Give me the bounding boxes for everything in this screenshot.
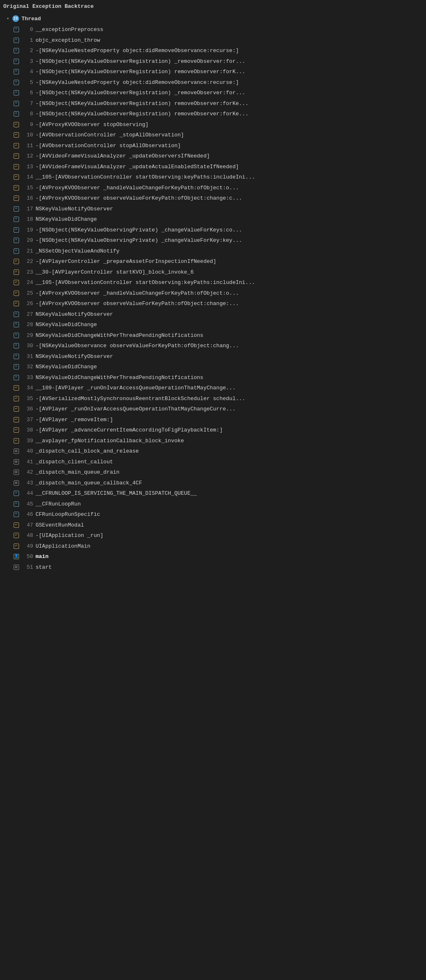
table-row[interactable]: + 18 NSKeyValueDidChange — [0, 214, 426, 225]
table-row[interactable]: + 7 -[NSObject(NSKeyValueObserverRegistr… — [0, 98, 426, 109]
table-row[interactable]: ↩ 49 UIApplicationMain — [0, 541, 426, 552]
table-row[interactable]: ↩ 34 __109-[AVPlayer _runOnIvarAccessQue… — [0, 383, 426, 393]
frame-icon: + — [13, 322, 19, 328]
frame-name: -[NSObject(NSKeyValueObserverRegistratio… — [36, 57, 245, 66]
table-row[interactable]: ↩ 11 -[AVObservationController stopAllOb… — [0, 141, 426, 151]
table-row[interactable]: ↩ 25 -[AVProxyKVOObserver _handleValueCh… — [0, 288, 426, 299]
frame-icon: + — [13, 248, 19, 254]
table-row[interactable]: ↩ 36 -[AVPlayer _runOnIvarAccessQueueOpe… — [0, 404, 426, 415]
table-row[interactable]: ↩ 39 __avplayer_fpNotificationCallback_b… — [0, 436, 426, 446]
table-row[interactable]: ↩ 35 -[AVSerializedMostlySynchronousReen… — [0, 393, 426, 404]
frame-number: 7 — [22, 100, 33, 108]
table-row[interactable]: ↩ 15 -[AVProxyKVOObserver _handleValueCh… — [0, 183, 426, 193]
table-row[interactable]: + 4 -[NSObject(NSKeyValueObserverRegistr… — [0, 67, 426, 77]
user-code-icon: ↩ — [14, 291, 19, 296]
frame-number: 1 — [22, 36, 33, 45]
user-code-icon: ↩ — [14, 174, 19, 180]
frame-name: __30-[AVPlayerController startKVO]_block… — [36, 268, 194, 277]
table-row[interactable]: + 45 __CFRunLoopRun — [0, 499, 426, 510]
table-row[interactable]: 👤 50 main — [0, 551, 426, 562]
user-code-icon: ↩ — [14, 122, 19, 127]
table-row[interactable]: + 27 NSKeyValueNotifyObserver — [0, 309, 426, 320]
table-row[interactable]: ↩ 26 -[AVProxyKVOObserver observeValueFo… — [0, 298, 426, 309]
frame-name: -[AVPlayerController _prepareAssetForIns… — [36, 258, 216, 266]
table-row[interactable]: + 30 -[NSKeyValueObservance observeValue… — [0, 341, 426, 351]
user-code-icon: ↩ — [14, 259, 19, 264]
frame-icon: + — [13, 48, 19, 54]
frame-number: 32 — [22, 363, 33, 371]
table-row[interactable]: ↩ 47 GSEventRunModal — [0, 520, 426, 531]
table-row[interactable]: ▤ 42 _dispatch_main_queue_drain — [0, 467, 426, 478]
system-icon: ▤ — [14, 448, 19, 454]
frame-number: 34 — [22, 384, 33, 392]
table-row[interactable]: + 2 -[NSKeyValueNestedProperty object:di… — [0, 45, 426, 56]
library-icon: + — [14, 512, 19, 517]
frame-name: __CFRUNLOOP_IS_SERVICING_THE_MAIN_DISPAT… — [36, 489, 197, 498]
frame-icon: + — [13, 206, 19, 212]
table-row[interactable]: + 20 -[NSObject(NSKeyValueObservingPriva… — [0, 235, 426, 246]
table-row[interactable]: ↩ 23 __30-[AVPlayerController startKVO]_… — [0, 267, 426, 278]
frame-icon: ↩ — [13, 417, 19, 422]
frame-name: objc_exception_throw — [36, 36, 100, 45]
thread-row[interactable]: ▾ II Thread — [0, 13, 426, 25]
table-row[interactable]: + 44 __CFRUNLOOP_IS_SERVICING_THE_MAIN_D… — [0, 488, 426, 499]
table-row[interactable]: + 1 objc_exception_throw — [0, 35, 426, 46]
table-row[interactable]: + 32 NSKeyValueDidChange — [0, 362, 426, 372]
table-row[interactable]: ▤ 41 _dispatch_client_callout — [0, 457, 426, 467]
frame-icon: + — [13, 90, 19, 96]
table-row[interactable]: + 19 -[NSObject(NSKeyValueObservingPriva… — [0, 225, 426, 236]
table-row[interactable]: + 29 NSKeyValueDidChangeWithPerThreadPen… — [0, 330, 426, 341]
table-row[interactable]: ↩ 14 __105-[AVObservationController star… — [0, 172, 426, 183]
frame-number: 42 — [22, 468, 33, 477]
table-row[interactable]: ↩ 13 -[AVVideoFrameVisualAnalyzer _updat… — [0, 162, 426, 172]
table-row[interactable]: + 31 NSKeyValueNotifyObserver — [0, 351, 426, 362]
table-row[interactable]: + 28 NSKeyValueDidChange — [0, 320, 426, 330]
frame-number: 11 — [22, 142, 33, 150]
frame-name: -[AVProxyKVOObserver _handleValueChangeF… — [36, 289, 239, 298]
user-code-icon: ↩ — [14, 406, 19, 412]
table-row[interactable]: + 33 NSKeyValueDidChangeWithPerThreadPen… — [0, 372, 426, 383]
frame-name: __105-[AVObservationController startObse… — [36, 279, 255, 287]
frame-number: 10 — [22, 131, 33, 139]
library-icon: + — [14, 491, 19, 496]
table-row[interactable]: ▤ 40 _dispatch_call_block_and_release — [0, 446, 426, 457]
table-row[interactable]: ↩ 48 -[UIApplication _run] — [0, 530, 426, 541]
frame-name: -[AVPlayer _runOnIvarAccessQueueOperatio… — [36, 405, 236, 413]
library-icon: + — [14, 501, 19, 507]
frame-name: -[UIApplication _run] — [36, 532, 103, 540]
table-row[interactable]: + 8 -[NSObject(NSKeyValueObserverRegistr… — [0, 109, 426, 119]
table-row[interactable]: + 6 -[NSObject(NSKeyValueObserverRegistr… — [0, 88, 426, 98]
library-icon: + — [14, 69, 19, 74]
table-row[interactable]: + 21 _NSSetObjectValueAndNotify — [0, 246, 426, 257]
frame-icon: + — [13, 111, 19, 117]
frame-number: 46 — [22, 510, 33, 519]
table-row[interactable]: + 3 -[NSObject(NSKeyValueObserverRegistr… — [0, 56, 426, 67]
frame-number: 50 — [22, 553, 33, 561]
frame-icon: ▤ — [13, 480, 19, 486]
frame-number: 49 — [22, 542, 33, 551]
table-row[interactable]: ▤ 43 _dispatch_main_queue_callback_4CF — [0, 478, 426, 489]
frame-icon: ↩ — [13, 533, 19, 539]
frame-number: 48 — [22, 532, 33, 540]
table-row[interactable]: ▤ 51 start — [0, 562, 426, 573]
frame-number: 12 — [22, 152, 33, 160]
frame-icon: + — [13, 100, 19, 106]
table-row[interactable]: ↩ 16 -[AVProxyKVOObserver observeValueFo… — [0, 193, 426, 204]
frame-number: 2 — [22, 47, 33, 55]
library-icon: + — [14, 343, 19, 348]
table-row[interactable]: ↩ 22 -[AVPlayerController _prepareAssetF… — [0, 256, 426, 267]
frame-name: GSEventRunModal — [36, 521, 84, 529]
table-row[interactable]: + 5 -[NSKeyValueNestedProperty object:di… — [0, 77, 426, 88]
frame-name: -[NSObject(NSKeyValueObservingPrivate) _… — [36, 236, 242, 245]
table-row[interactable]: ↩ 10 -[AVObservationController _stopAllO… — [0, 130, 426, 141]
frame-number: 41 — [22, 458, 33, 466]
table-row[interactable]: ↩ 24 __105-[AVObservationController star… — [0, 277, 426, 288]
table-row[interactable]: + 46 CFRunLoopRunSpecific — [0, 509, 426, 520]
table-row[interactable]: + 17 NSKeyValueNotifyObserver — [0, 204, 426, 215]
table-row[interactable]: ↩ 12 -[AVVideoFrameVisualAnalyzer _updat… — [0, 151, 426, 162]
table-row[interactable]: ↩ 37 -[AVPlayer _removeItem:] — [0, 415, 426, 425]
table-row[interactable]: ↩ 38 -[AVPlayer _advanceCurrentItemAccor… — [0, 425, 426, 436]
table-row[interactable]: + 0 __exceptionPreprocess — [0, 24, 426, 35]
user-code-icon: ↩ — [14, 385, 19, 391]
table-row[interactable]: ↩ 9 -[AVProxyKVOObserver stopObserving] — [0, 119, 426, 130]
